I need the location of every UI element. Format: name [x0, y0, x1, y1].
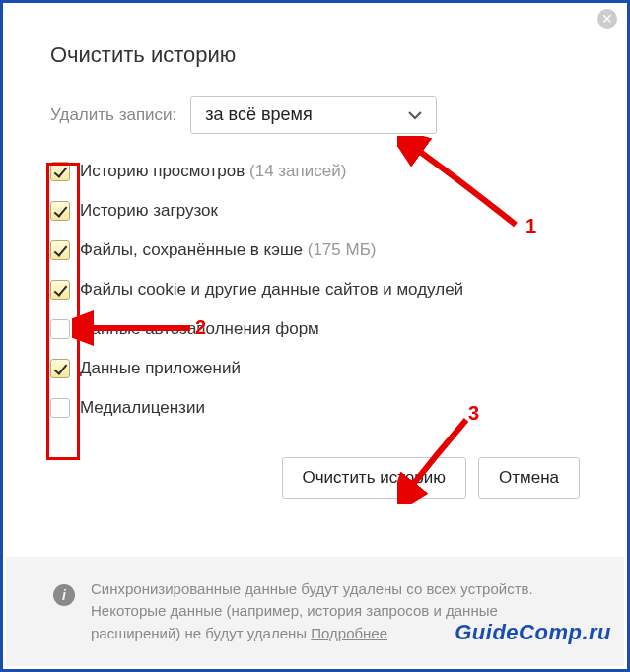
- checkbox-label: Данные автозаполнения форм: [80, 319, 319, 339]
- time-range-label: Удалить записи:: [50, 105, 176, 125]
- time-range-select[interactable]: за всё время: [190, 96, 437, 134]
- checkbox-label: Историю загрузок: [80, 201, 218, 221]
- footer-text: Синхронизированные данные будут удалены …: [91, 578, 577, 645]
- dialog-body: Очистить историю Удалить записи: за всё …: [3, 3, 627, 499]
- clear-history-button[interactable]: Очистить историю: [282, 457, 466, 499]
- checkbox-label: Файлы, сохранённые в кэше (175 МБ): [80, 240, 376, 260]
- chevron-down-icon: [408, 104, 422, 125]
- checkbox-row-appdata: Данные приложений: [50, 359, 580, 378]
- checkbox-media[interactable]: [50, 398, 70, 418]
- checkbox-label: Историю просмотров (14 записей): [80, 162, 346, 181]
- checkbox-row-cookies: Файлы cookie и другие данные сайтов и мо…: [50, 280, 580, 300]
- info-icon: i: [53, 584, 75, 606]
- dialog-title: Очистить историю: [50, 42, 580, 68]
- checkbox-row-downloads: Историю загрузок: [50, 201, 580, 221]
- checkbox-downloads[interactable]: [50, 201, 70, 221]
- checkbox-label: Медиалицензии: [80, 398, 205, 418]
- button-row: Очистить историю Отмена: [50, 457, 580, 499]
- checkbox-label: Файлы cookie и другие данные сайтов и мо…: [80, 280, 463, 300]
- checkbox-list: Историю просмотров (14 записей) Историю …: [50, 162, 580, 418]
- checkbox-cache[interactable]: [50, 240, 70, 260]
- checkbox-history[interactable]: [50, 162, 70, 181]
- cancel-button[interactable]: Отмена: [478, 457, 580, 499]
- checkbox-row-autofill: Данные автозаполнения форм: [50, 319, 580, 339]
- dialog-window: ✕ Очистить историю Удалить записи: за вс…: [0, 0, 630, 672]
- checkbox-appdata[interactable]: [50, 359, 70, 378]
- checkbox-row-history: Историю просмотров (14 записей): [50, 162, 580, 181]
- footer-more-link[interactable]: Подробнее: [311, 625, 387, 641]
- time-range-value: за всё время: [205, 104, 312, 125]
- checkbox-autofill[interactable]: [50, 319, 70, 339]
- checkbox-label: Данные приложений: [80, 359, 241, 378]
- checkbox-cookies[interactable]: [50, 280, 70, 300]
- footer-note: i Синхронизированные данные будут удален…: [6, 557, 624, 667]
- close-icon[interactable]: ✕: [597, 9, 617, 29]
- checkbox-row-cache: Файлы, сохранённые в кэше (175 МБ): [50, 240, 580, 260]
- checkbox-row-media: Медиалицензии: [50, 398, 580, 418]
- time-range-row: Удалить записи: за всё время: [50, 96, 580, 134]
